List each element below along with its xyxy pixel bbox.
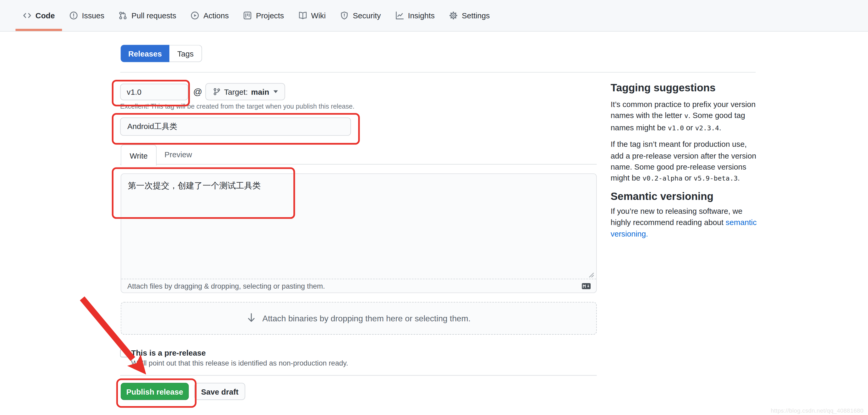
sidebar-heading-tagging: Tagging suggestions <box>611 81 758 94</box>
save-draft-button[interactable]: Save draft <box>194 383 245 400</box>
binaries-dropzone[interactable]: Attach binaries by dropping them here or… <box>121 302 597 335</box>
security-icon <box>340 11 349 20</box>
header-divider <box>120 72 755 72</box>
tab-label: Security <box>353 11 381 20</box>
insights-icon <box>395 11 404 20</box>
tab-issues[interactable]: Issues <box>62 0 112 31</box>
markdown-icon[interactable] <box>582 283 591 289</box>
tab-preview[interactable]: Preview <box>156 145 201 164</box>
sidebar-heading-semver: Semantic versioning <box>611 190 758 203</box>
sidebar-paragraph: It’s common practice to prefix your vers… <box>611 99 758 134</box>
git-branch-icon <box>213 88 221 96</box>
actions-icon <box>191 11 199 20</box>
tags-segment[interactable]: Tags <box>169 45 202 62</box>
target-label: Target: <box>224 87 248 96</box>
tab-settings[interactable]: Settings <box>442 0 497 31</box>
attach-files-text: Attach files by dragging & dropping, sel… <box>127 282 325 290</box>
prerelease-checkbox[interactable] <box>120 349 128 357</box>
issue-icon <box>69 11 78 20</box>
tag-helper-text: Excellent! This tag will be created from… <box>120 102 354 111</box>
pull-request-icon <box>119 11 128 20</box>
tab-insights[interactable]: Insights <box>388 0 442 31</box>
tab-label: Actions <box>204 11 229 20</box>
releases-tags-toggle: Releases Tags <box>121 45 202 62</box>
actions-divider <box>120 375 597 376</box>
dropzone-text: Attach binaries by dropping them here or… <box>262 314 471 323</box>
release-description-editor: 第一次提交，创建了一个测试工具类 Attach files by draggin… <box>121 174 597 293</box>
chevron-down-icon <box>274 90 278 93</box>
watermark-text: https://blog.csdn.net/qq_40881680 <box>764 407 864 414</box>
tab-security[interactable]: Security <box>333 0 388 31</box>
repo-tab-nav: Code Issues Pull requests Actions Projec… <box>0 0 868 32</box>
releases-segment[interactable]: Releases <box>121 45 169 62</box>
tab-label: Insights <box>408 11 435 20</box>
tab-label: Issues <box>82 11 104 20</box>
release-title-input[interactable] <box>120 117 351 136</box>
code-icon <box>23 11 32 20</box>
target-branch-button[interactable]: Target: main <box>206 83 285 100</box>
wiki-icon <box>298 11 307 20</box>
tab-projects[interactable]: Projects <box>236 0 291 31</box>
tab-code[interactable]: Code <box>16 0 62 31</box>
tab-write[interactable]: Write <box>121 145 157 166</box>
tabbar-divider <box>120 164 597 165</box>
resize-handle-icon[interactable] <box>589 273 594 278</box>
tab-label: Code <box>36 11 55 20</box>
sidebar-paragraph: If you’re new to releasing software, we … <box>611 205 758 239</box>
publish-release-button[interactable]: Publish release <box>121 383 189 400</box>
tab-label: Settings <box>462 11 490 20</box>
release-page: Code Issues Pull requests Actions Projec… <box>0 0 868 415</box>
tab-label: Projects <box>256 11 284 20</box>
tag-name-input[interactable] <box>120 84 188 100</box>
settings-icon <box>449 11 458 20</box>
prerelease-label[interactable]: This is a pre-release <box>131 349 206 357</box>
download-arrow-icon <box>247 313 256 323</box>
tab-wiki[interactable]: Wiki <box>291 0 333 31</box>
tagging-sidebar: Tagging suggestions It’s common practice… <box>611 81 758 239</box>
tab-label: Wiki <box>311 11 326 20</box>
tab-actions[interactable]: Actions <box>184 0 236 31</box>
target-branch-name: main <box>251 87 269 96</box>
description-textarea[interactable]: 第一次提交，创建了一个测试工具类 <box>121 174 596 279</box>
tab-label: Pull requests <box>131 11 176 20</box>
at-symbol: @ <box>193 84 202 100</box>
prerelease-note: We’ll point out that this release is ide… <box>131 359 348 367</box>
projects-icon <box>243 11 252 20</box>
sidebar-paragraph: If the tag isn’t meant for production us… <box>611 139 758 184</box>
attach-files-bar[interactable]: Attach files by dragging & dropping, sel… <box>121 279 596 293</box>
tab-pull-requests[interactable]: Pull requests <box>112 0 184 31</box>
